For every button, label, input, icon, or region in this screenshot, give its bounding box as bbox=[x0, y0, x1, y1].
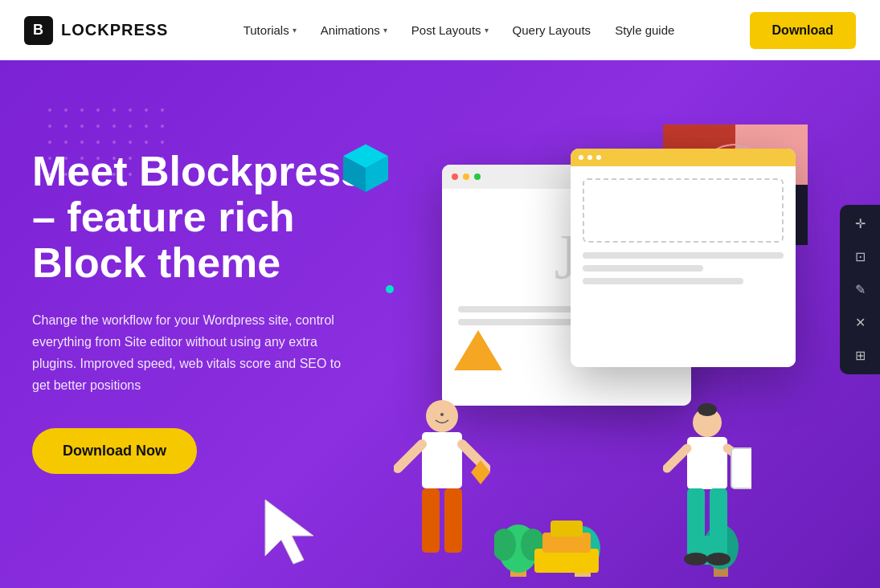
nav-links: Tutorials ▾ Animations ▾ Post Layouts ▾ … bbox=[244, 23, 675, 37]
secondary-browser-window bbox=[571, 149, 796, 367]
svg-line-31 bbox=[667, 448, 687, 468]
svg-point-37 bbox=[706, 553, 731, 566]
hero-description: Change the workflow for your Wordpress s… bbox=[32, 309, 346, 397]
content-line bbox=[583, 265, 703, 272]
svg-rect-30 bbox=[687, 437, 727, 489]
side-toolbar: ✛ ⊡ ✎ ✕ ⊞ bbox=[840, 205, 880, 374]
nav-item-tutorials[interactable]: Tutorials ▾ bbox=[244, 23, 297, 37]
nav-item-animations[interactable]: Animations ▾ bbox=[321, 23, 387, 37]
teal-dot-decoration bbox=[386, 285, 394, 293]
svg-point-18 bbox=[440, 413, 444, 416]
hero-content-left: Meet Blockpress – feature rich Block the… bbox=[32, 100, 378, 474]
browser-dot-green bbox=[474, 174, 481, 180]
logo[interactable]: B LOCKPRESS bbox=[24, 16, 168, 45]
svg-marker-10 bbox=[454, 330, 502, 370]
cursor-arrow-decoration bbox=[257, 492, 329, 564]
svg-point-36 bbox=[684, 553, 708, 566]
svg-rect-27 bbox=[551, 521, 583, 537]
nav-link-animations[interactable]: Animations ▾ bbox=[321, 23, 387, 37]
logo-text: LOCKPRESS bbox=[61, 21, 168, 39]
nav-link-post-layouts[interactable]: Post Layouts ▾ bbox=[411, 23, 489, 37]
browser-content-secondary bbox=[571, 166, 796, 367]
content-line bbox=[583, 252, 784, 259]
nav-link-tutorials[interactable]: Tutorials ▾ bbox=[244, 23, 297, 37]
toolbar-frame-icon[interactable]: ⊡ bbox=[852, 246, 869, 267]
svg-point-29 bbox=[698, 403, 717, 416]
nav-item-query-layouts[interactable]: Query Layouts bbox=[513, 23, 591, 37]
nav-item-post-layouts[interactable]: Post Layouts ▾ bbox=[411, 23, 489, 37]
nav-link-style-guide[interactable]: Style guide bbox=[615, 23, 674, 37]
browser-dot-3 bbox=[596, 155, 601, 160]
svg-marker-3 bbox=[265, 500, 313, 564]
content-line bbox=[583, 278, 743, 284]
browser-dot-2 bbox=[587, 155, 592, 160]
toolbar-edit-icon[interactable]: ✎ bbox=[852, 279, 869, 300]
browser-dot-1 bbox=[579, 155, 583, 160]
svg-line-13 bbox=[398, 444, 422, 468]
toolbar-grid-icon[interactable]: ⊞ bbox=[852, 345, 869, 366]
stacked-boxes-decoration bbox=[534, 517, 599, 576]
chevron-down-icon: ▾ bbox=[383, 26, 387, 35]
person-right-illustration bbox=[663, 400, 751, 572]
svg-rect-33 bbox=[731, 448, 751, 488]
hero-title: Meet Blockpress – feature rich Block the… bbox=[32, 149, 378, 287]
chevron-down-icon: ▾ bbox=[293, 26, 297, 35]
hero-illustration: J bbox=[378, 100, 848, 588]
content-line bbox=[458, 319, 588, 325]
nav-link-query-layouts[interactable]: Query Layouts bbox=[513, 23, 591, 37]
3d-cube-decoration bbox=[338, 141, 394, 197]
nav-download-button[interactable]: Download bbox=[750, 12, 856, 49]
download-now-button[interactable]: Download Now bbox=[32, 428, 197, 474]
svg-rect-15 bbox=[422, 488, 440, 553]
toolbar-cursor-icon[interactable]: ✛ bbox=[852, 213, 869, 235]
svg-rect-12 bbox=[422, 432, 462, 488]
logo-icon: B bbox=[24, 16, 53, 45]
toolbar-close-icon[interactable]: ✕ bbox=[852, 312, 869, 333]
svg-rect-34 bbox=[687, 488, 705, 557]
svg-rect-16 bbox=[444, 488, 462, 553]
hero-section: const dp = document.currentScript.parent… bbox=[0, 60, 880, 588]
browser-dot-yellow bbox=[463, 174, 469, 180]
nav-item-style-guide[interactable]: Style guide bbox=[615, 23, 674, 37]
dashed-placeholder-box bbox=[583, 178, 784, 243]
orange-shape bbox=[454, 330, 502, 374]
browser-dot-red bbox=[452, 174, 458, 180]
navbar: B LOCKPRESS Tutorials ▾ Animations ▾ Pos… bbox=[0, 0, 880, 60]
chevron-down-icon: ▾ bbox=[485, 26, 489, 35]
svg-rect-35 bbox=[710, 488, 727, 557]
person-left-illustration bbox=[394, 392, 490, 572]
browser-titlebar-2 bbox=[571, 149, 796, 166]
